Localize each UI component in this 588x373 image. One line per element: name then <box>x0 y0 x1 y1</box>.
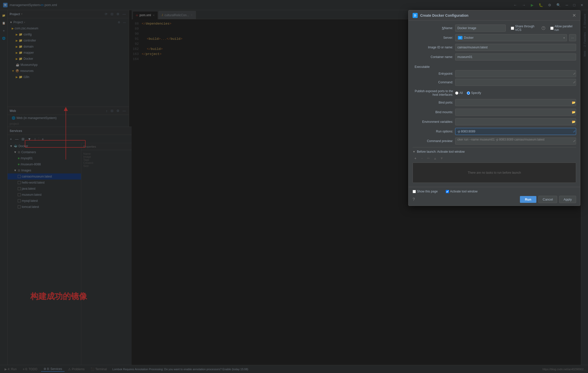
name-row: NName: Share through VCS ? Allow paralle… <box>413 25 576 32</box>
modal-title: Create Docker Configuration <box>420 13 469 17</box>
env-vars-row: Environment variables: 📂 <box>413 118 576 125</box>
activate-window-checkbox[interactable] <box>446 190 449 193</box>
image-id-row: Image ID or name: <box>413 44 576 51</box>
bl-up-button[interactable]: ▲ <box>432 155 438 161</box>
bind-ports-row: Bind ports: 📂 <box>413 99 576 106</box>
bl-edit-button[interactable]: ✏ <box>426 155 431 161</box>
publish-ports-label: Publish exposed ports to the host interf… <box>413 89 453 96</box>
ports-specify-radio[interactable] <box>467 91 470 95</box>
container-name-row: Container name: <box>413 53 576 61</box>
image-id-label: Image ID or name: <box>413 46 453 49</box>
command-preview-row: Command preview: cker run --name museum0… <box>413 138 576 145</box>
server-more-button[interactable]: ··· <box>569 34 576 41</box>
bind-mounts-folder-button[interactable]: 📂 <box>572 110 576 114</box>
before-launch-empty-text: There are no tasks to run before launch <box>468 171 521 174</box>
allow-parallel-label: Allow parallel run <box>555 25 576 32</box>
bl-remove-button[interactable]: − <box>419 155 425 161</box>
run-config-button[interactable]: Run <box>520 196 536 203</box>
before-launch-toolbar: + − ✏ ▲ ▼ <box>413 155 576 161</box>
show-page-checkbox-label[interactable]: Show this page <box>413 190 438 193</box>
ports-all-label[interactable]: All <box>455 91 463 95</box>
modal-close-button[interactable]: ✕ <box>572 13 576 18</box>
server-dropdown[interactable]: D Docker ▾ <box>455 34 567 41</box>
docker-icon: D <box>458 36 462 40</box>
bind-ports-folder-button[interactable]: 📂 <box>572 101 576 104</box>
command-preview-expand-button[interactable]: ⤢ <box>573 139 576 143</box>
run-options-label: Run options: <box>413 130 453 133</box>
bind-mounts-label: Bind mounts: <box>413 110 453 114</box>
run-options-input[interactable] <box>455 128 576 135</box>
before-launch-collapse-icon[interactable]: ▼ <box>413 150 415 153</box>
ports-all-text: All <box>459 91 463 95</box>
help-button[interactable]: ? <box>413 197 415 202</box>
cancel-config-button[interactable]: Cancel <box>538 196 557 203</box>
modal-footer: Show this page Activate tool window ? Ru… <box>409 187 580 206</box>
server-row: Server: D Docker ▾ ··· <box>413 34 576 41</box>
share-vcs-label: Share through VCS <box>515 25 540 32</box>
before-launch-title: Before launch: Activate tool window <box>417 150 465 153</box>
bind-mounts-row: Bind mounts: 📂 <box>413 109 576 116</box>
command-row: Command: ⤢ <box>413 79 576 86</box>
command-label: Command: <box>413 81 453 84</box>
ports-specify-text: Specify <box>471 91 481 95</box>
before-launch-section: ▼ Before launch: Activate tool window + … <box>413 147 576 183</box>
server-value: Docker <box>464 36 474 40</box>
allow-parallel-checkbox-label[interactable]: Allow parallel run <box>550 25 576 32</box>
bind-ports-label: Bind ports: <box>413 101 453 104</box>
command-preview-label: Command preview: <box>413 139 453 143</box>
ports-all-radio[interactable] <box>455 91 458 95</box>
create-docker-config-modal: D Create Docker Configuration ✕ NName: S… <box>408 10 580 206</box>
entrypoint-input[interactable] <box>455 70 576 77</box>
command-expand-button[interactable]: ⤢ <box>573 81 576 84</box>
share-vcs-checkbox-label[interactable]: Share through VCS <box>511 25 540 32</box>
allow-parallel-checkbox[interactable] <box>550 27 554 30</box>
name-input[interactable] <box>455 25 506 32</box>
image-id-input[interactable] <box>455 44 576 51</box>
container-name-input[interactable] <box>455 53 576 61</box>
bl-add-button[interactable]: + <box>413 155 418 161</box>
ports-specify-label[interactable]: Specify <box>467 91 481 95</box>
ports-radio-group: All Specify <box>455 91 576 95</box>
modal-icon: D <box>413 13 418 18</box>
env-vars-label: Environment variables: <box>413 120 453 124</box>
vcs-info-icon[interactable]: ? <box>542 26 545 30</box>
modal-header: D Create Docker Configuration ✕ <box>409 10 580 21</box>
bl-down-button[interactable]: ▼ <box>439 155 444 161</box>
command-preview-text: cker run --name museum01 -p 8083:8089 ca… <box>457 138 544 141</box>
modal-body: NName: Share through VCS ? Allow paralle… <box>409 21 580 187</box>
before-launch-header: ▼ Before launch: Activate tool window <box>413 150 576 153</box>
before-launch-empty-area: There are no tasks to run before launch <box>413 163 576 183</box>
publish-ports-row: Publish exposed ports to the host interf… <box>413 89 576 96</box>
command-preview-display: cker run --name museum01 -p 8083:8089 ca… <box>455 138 576 145</box>
run-options-row: Run options: ⤢ <box>413 128 576 135</box>
entrypoint-label: Entrypoint: <box>413 72 453 75</box>
bind-ports-input[interactable] <box>455 99 576 106</box>
env-vars-folder-button[interactable]: 📂 <box>572 120 576 124</box>
show-page-checkbox[interactable] <box>413 190 416 193</box>
run-options-expand-button[interactable]: ⤢ <box>573 130 576 133</box>
bind-mounts-input[interactable] <box>455 109 576 116</box>
activate-window-checkbox-label[interactable]: Activate tool window <box>446 190 478 193</box>
activate-window-label: Activate tool window <box>450 190 478 193</box>
entrypoint-expand-button[interactable]: ⤢ <box>573 72 576 75</box>
command-input[interactable] <box>455 79 576 86</box>
show-page-label: Show this page <box>417 190 438 193</box>
modal-overlay: D Create Docker Configuration ✕ NName: S… <box>0 0 588 373</box>
executable-title: Executable <box>413 65 576 69</box>
apply-config-button[interactable]: Apply <box>559 196 576 203</box>
footer-checkboxes: Show this page Activate tool window <box>413 190 576 193</box>
container-name-label: Container name: <box>413 55 453 59</box>
executable-section: Executable Entrypoint: ⤢ Command: <box>413 64 576 86</box>
dropdown-arrow-icon: ▾ <box>563 36 565 39</box>
name-label: NName: <box>413 26 453 30</box>
server-label: Server: <box>413 36 453 40</box>
share-vcs-checkbox[interactable] <box>511 27 514 30</box>
env-vars-input[interactable] <box>455 118 576 125</box>
entrypoint-row: Entrypoint: ⤢ <box>413 70 576 77</box>
footer-buttons: ? Run Cancel Apply <box>413 196 576 203</box>
